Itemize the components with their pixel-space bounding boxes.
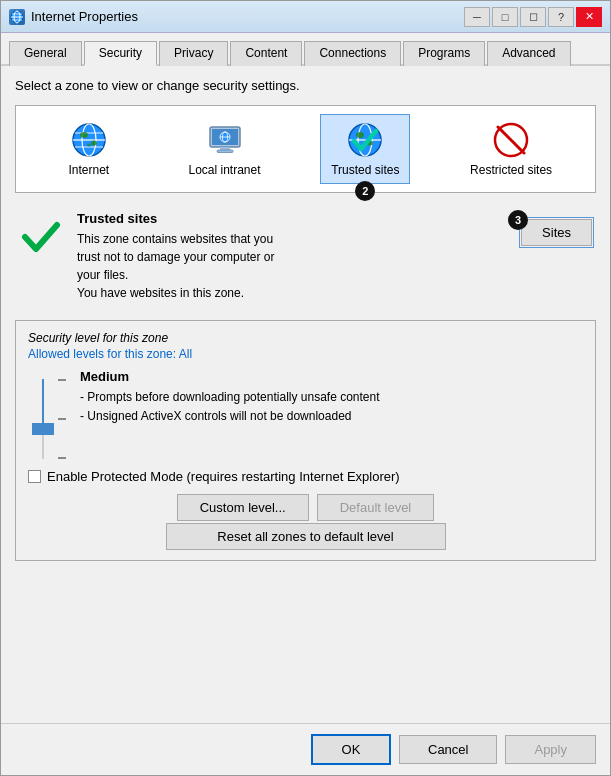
svg-point-23	[356, 132, 364, 138]
zone-desc-line3: your files.	[77, 268, 128, 282]
zone-local-intranet-label: Local intranet	[188, 163, 260, 177]
tab-security[interactable]: Security	[84, 41, 157, 66]
title-bar: Internet Properties ─ □ ◻ ? ✕	[1, 1, 610, 33]
tab-content[interactable]: Content	[230, 41, 302, 66]
svg-point-10	[80, 132, 88, 138]
tick-top	[58, 379, 66, 381]
zone-internet-label: Internet	[68, 163, 109, 177]
close-button[interactable]: ✕	[576, 7, 602, 27]
zone-desc-line1: This zone contains websites that you	[77, 232, 273, 246]
security-level-description: Medium - Prompts before downloading pote…	[80, 369, 583, 426]
trusted-sites-icon	[346, 121, 384, 159]
security-level-name: Medium	[80, 369, 583, 384]
apply-button[interactable]: Apply	[505, 735, 596, 764]
sites-button-label: Sites	[542, 225, 571, 240]
zone-trusted-sites-label: Trusted sites	[331, 163, 399, 177]
slider-container	[28, 369, 58, 459]
internet-icon	[70, 121, 108, 159]
security-button-row: Custom level... Default level	[28, 494, 583, 521]
maximize-button[interactable]: ◻	[520, 7, 546, 27]
restore-button[interactable]: □	[492, 7, 518, 27]
spacer	[15, 569, 596, 711]
restricted-sites-icon	[492, 121, 530, 159]
tick-marks	[58, 379, 66, 459]
badge-2: 2	[355, 181, 375, 201]
security-level-desc-2: - Unsigned ActiveX controls will not be …	[80, 407, 583, 426]
badge-3: 3	[508, 210, 528, 230]
allowed-level-label: Allowed levels for this zone: All	[28, 347, 583, 361]
minimize-button[interactable]: ─	[464, 7, 490, 27]
protected-mode-checkbox[interactable]	[28, 470, 41, 483]
tab-advanced[interactable]: Advanced	[487, 41, 570, 66]
ok-button[interactable]: OK	[311, 734, 391, 765]
protected-mode-label: Enable Protected Mode (requires restarti…	[47, 469, 400, 484]
tab-general[interactable]: General	[9, 41, 82, 66]
zone-info-area: Trusted sites This zone contains website…	[15, 201, 596, 312]
tab-bar: General Security Privacy Content Connect…	[1, 33, 610, 66]
zone-desc-line4: You have websites in this zone.	[77, 286, 244, 300]
zone-selector-box: Internet Local intranet	[15, 105, 596, 193]
slider-track	[42, 379, 44, 459]
svg-rect-15	[220, 147, 230, 150]
app-icon	[9, 9, 25, 25]
custom-level-button[interactable]: Custom level...	[177, 494, 309, 521]
tab-connections[interactable]: Connections	[304, 41, 401, 66]
zone-prompt: Select a zone to view or change security…	[15, 78, 596, 93]
zone-restricted-sites-label: Restricted sites	[470, 163, 552, 177]
tab-privacy[interactable]: Privacy	[159, 41, 228, 66]
tick-mid	[58, 418, 66, 420]
main-content: Select a zone to view or change security…	[1, 66, 610, 723]
reset-row: Reset all zones to default level	[28, 523, 583, 550]
zone-check-icon	[19, 215, 63, 259]
tick-bottom	[58, 457, 66, 459]
reset-all-zones-button[interactable]: Reset all zones to default level	[166, 523, 446, 550]
svg-point-11	[91, 141, 97, 146]
local-intranet-icon	[206, 121, 244, 159]
zone-info-title: Trusted sites	[77, 211, 507, 226]
sites-button[interactable]: 3 Sites	[521, 219, 592, 246]
internet-properties-window: Internet Properties ─ □ ◻ ? ✕ General Se…	[0, 0, 611, 776]
security-level-desc-1: - Prompts before downloading potentially…	[80, 388, 583, 407]
title-bar-left: Internet Properties	[9, 9, 138, 25]
zone-info-desc: This zone contains websites that you tru…	[77, 230, 507, 302]
zone-internet[interactable]: Internet	[49, 115, 129, 183]
security-level-box: Security level for this zone Allowed lev…	[15, 320, 596, 561]
slider-thumb[interactable]	[32, 423, 54, 435]
security-zone-section-label: Security level for this zone	[28, 331, 583, 345]
title-bar-controls: ─ □ ◻ ? ✕	[464, 7, 602, 27]
zone-desc-line2: trust not to damage your computer or	[77, 250, 274, 264]
svg-rect-16	[217, 150, 233, 153]
help-button[interactable]: ?	[548, 7, 574, 27]
zone-trusted-sites[interactable]: Trusted sites 2	[320, 114, 410, 184]
zone-restricted-sites[interactable]: Restricted sites	[460, 115, 562, 183]
bottom-bar: OK Cancel Apply	[1, 723, 610, 775]
zone-description-text: Trusted sites This zone contains website…	[77, 211, 507, 302]
default-level-button[interactable]: Default level	[317, 494, 435, 521]
window-title: Internet Properties	[31, 9, 138, 24]
slider-area: Medium - Prompts before downloading pote…	[28, 365, 583, 463]
protected-mode-row: Enable Protected Mode (requires restarti…	[28, 463, 583, 490]
zone-local-intranet[interactable]: Local intranet	[178, 115, 270, 183]
tab-programs[interactable]: Programs	[403, 41, 485, 66]
svg-point-12	[87, 144, 91, 147]
cancel-button[interactable]: Cancel	[399, 735, 497, 764]
